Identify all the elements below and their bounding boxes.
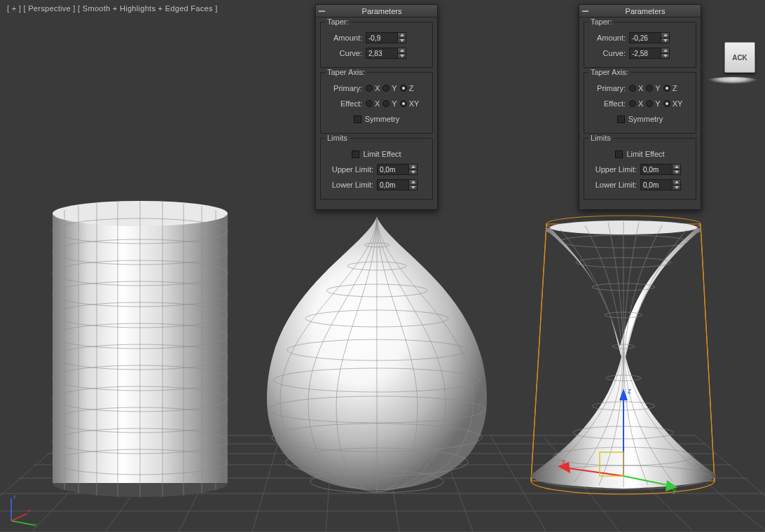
svg-line-86: [11, 514, 27, 521]
svg-line-16: [490, 435, 546, 532]
viewport-plus[interactable]: [ + ]: [7, 4, 21, 13]
radio-effect-x[interactable]: X: [629, 99, 643, 108]
radio-effect-xy[interactable]: XY: [400, 99, 420, 108]
svg-marker-105: [675, 186, 679, 189]
viewcube-shadow: [708, 77, 758, 84]
radio-primary-x[interactable]: X: [366, 84, 380, 92]
group-label: Limits: [325, 134, 350, 142]
lower-limit-input[interactable]: [640, 179, 673, 190]
svg-marker-97: [411, 186, 415, 189]
spinner-down-icon[interactable]: [409, 170, 417, 175]
radio-effect-y[interactable]: Y: [646, 99, 660, 108]
object-teardrop[interactable]: [267, 217, 487, 493]
curve-spinner[interactable]: [366, 48, 406, 59]
lower-limit-spinner[interactable]: [640, 179, 681, 190]
amount-label: Amount:: [588, 34, 629, 42]
object-cylinder[interactable]: [53, 201, 228, 497]
svg-marker-92: [400, 49, 404, 52]
rollup-toggle-icon[interactable]: [319, 10, 325, 12]
lower-limit-spinner[interactable]: [377, 179, 418, 190]
taper-group: Taper: Amount: Curve:: [584, 22, 696, 68]
radio-effect-x[interactable]: X: [366, 99, 380, 108]
spinner-up-icon[interactable]: [673, 180, 680, 186]
upper-limit-input[interactable]: [640, 164, 673, 175]
amount-spinner[interactable]: [366, 32, 406, 43]
spinner-up-icon[interactable]: [661, 33, 669, 38]
svg-text:y: y: [673, 486, 676, 494]
radio-primary-z[interactable]: Z: [663, 84, 677, 92]
panel-titlebar[interactable]: Parameters: [316, 5, 437, 18]
amount-input[interactable]: [366, 32, 398, 43]
upper-limit-spinner[interactable]: [377, 164, 418, 175]
rollup-toggle-icon[interactable]: [582, 10, 588, 12]
svg-text:z: z: [628, 387, 631, 395]
panel-titlebar[interactable]: Parameters: [579, 5, 701, 18]
spinner-up-icon[interactable]: [409, 180, 417, 186]
checkbox-icon[interactable]: [615, 150, 623, 158]
spinner-down-icon[interactable]: [673, 170, 680, 175]
svg-line-60: [531, 224, 546, 481]
radio-effect-xy[interactable]: XY: [663, 99, 683, 108]
symmetry-checkbox[interactable]: Symmetry: [617, 115, 663, 123]
parameters-panel-0[interactable]: Parameters Taper: Amount: Curve:: [315, 4, 438, 210]
lower-limit-input[interactable]: [377, 179, 409, 190]
spinner-up-icon[interactable]: [398, 48, 406, 54]
svg-text:x: x: [27, 507, 30, 514]
world-axes-icon: z y x: [6, 491, 41, 526]
checkbox-icon[interactable]: [352, 150, 359, 158]
primary-label: Primary:: [588, 84, 629, 92]
radio-primary-x[interactable]: X: [629, 84, 643, 92]
limit-effect-checkbox[interactable]: Limit Effect: [615, 150, 664, 158]
limit-effect-checkbox[interactable]: Limit Effect: [352, 150, 401, 158]
spinner-down-icon[interactable]: [673, 186, 680, 190]
viewcube-face[interactable]: ACK: [724, 42, 755, 73]
curve-input[interactable]: [629, 48, 661, 59]
curve-input[interactable]: [366, 48, 398, 59]
limits-group: Limits Limit Effect Upper Limit:: [320, 138, 433, 200]
viewcube[interactable]: ACK: [705, 42, 761, 91]
spinner-up-icon[interactable]: [661, 48, 669, 54]
spinner-up-icon[interactable]: [398, 33, 406, 38]
amount-spinner[interactable]: [629, 32, 670, 43]
object-hourglass[interactable]: x y z: [531, 216, 717, 494]
svg-marker-95: [411, 171, 415, 174]
taper-group: Taper: Amount: Curve:: [320, 22, 433, 68]
group-label: Taper Axis:: [588, 68, 630, 76]
svg-marker-103: [675, 171, 679, 174]
amount-input[interactable]: [629, 32, 661, 43]
parameters-panel-1[interactable]: Parameters Taper: Amount: Curve:: [579, 4, 701, 210]
svg-line-12: [252, 435, 280, 532]
upper-limit-spinner[interactable]: [640, 164, 681, 175]
checkbox-icon[interactable]: [354, 115, 361, 123]
radio-effect-y[interactable]: Y: [382, 99, 397, 108]
group-label: Taper:: [588, 18, 614, 26]
svg-marker-102: [675, 165, 679, 168]
spinner-down-icon[interactable]: [398, 38, 406, 43]
upper-limit-input[interactable]: [377, 164, 409, 175]
viewport-shading[interactable]: [ Smooth + Highlights + Edged Faces ]: [78, 4, 217, 13]
group-label: Taper:: [325, 18, 351, 26]
checkbox-icon[interactable]: [617, 115, 625, 123]
symmetry-checkbox[interactable]: Symmetry: [354, 115, 400, 123]
curve-spinner[interactable]: [629, 48, 670, 59]
svg-text:y: y: [34, 522, 36, 526]
panel-title: Parameters: [593, 7, 698, 15]
svg-marker-90: [400, 34, 404, 36]
spinner-down-icon[interactable]: [409, 186, 417, 190]
effect-label: Effect:: [325, 99, 366, 108]
radio-primary-y[interactable]: Y: [382, 84, 397, 92]
viewport-view[interactable]: [ Perspective ]: [24, 4, 76, 13]
svg-marker-93: [400, 55, 404, 57]
radio-primary-y[interactable]: Y: [646, 84, 660, 92]
radio-primary-z[interactable]: Z: [400, 84, 414, 92]
spinner-down-icon[interactable]: [661, 54, 669, 59]
spinner-up-icon[interactable]: [673, 164, 680, 170]
primary-label: Primary:: [325, 84, 366, 92]
spinner-up-icon[interactable]: [409, 164, 417, 170]
spinner-down-icon[interactable]: [398, 54, 406, 59]
group-label: Taper Axis:: [325, 68, 367, 76]
upper-limit-label: Upper Limit:: [325, 165, 377, 174]
symmetry-label: Symmetry: [628, 115, 663, 123]
spinner-down-icon[interactable]: [661, 38, 669, 43]
limit-effect-label: Limit Effect: [626, 150, 664, 158]
